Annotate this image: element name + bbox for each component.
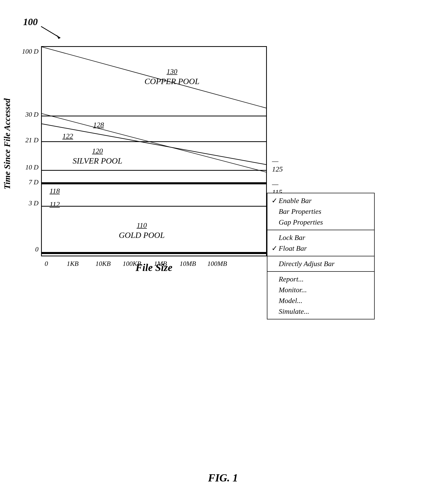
gold-pool-label: 110 GOLD POOL [119, 221, 165, 240]
y-axis-title: Time Since File Accessed [2, 98, 12, 189]
gold-pool-name: GOLD POOL [119, 230, 165, 240]
y-label-10d: 10 D [25, 164, 38, 171]
figure-caption: FIG. 1 [0, 472, 446, 484]
menu-item-gap-properties[interactable]: Gap Properties [272, 217, 370, 228]
enable-bar-label: Enable Bar [279, 195, 370, 206]
ref-122: 122 [62, 132, 73, 140]
float-bar-label: Float Bar [279, 243, 370, 254]
menu-item-enable-bar[interactable]: ✓ Enable Bar [272, 195, 370, 206]
model-label: Model... [279, 295, 370, 306]
ref-125: — 125 [272, 157, 283, 173]
menu-item-report[interactable]: Report... [272, 274, 370, 285]
bar-base [42, 252, 266, 254]
bar-7d [42, 182, 266, 184]
bar-properties-label: Bar Properties [279, 206, 370, 217]
menu-item-float-bar[interactable]: ✓ Float Bar [272, 243, 370, 254]
menu-section-2: Lock Bar ✓ Float Bar [267, 230, 374, 256]
y-label-3d: 3 D [29, 199, 38, 207]
gap-properties-label: Gap Properties [279, 217, 370, 228]
chart-area: 100 D 30 D 21 D 10 D 7 D 3 D 0 [41, 46, 267, 256]
figure-100-label: 100 [21, 12, 72, 44]
ref-112: 112 [50, 200, 60, 208]
menu-item-bar-properties[interactable]: Bar Properties [272, 206, 370, 217]
gold-pool-ref: 110 [119, 221, 165, 229]
y-label-30d: 30 D [25, 111, 38, 118]
silver-pool-ref: 120 [73, 147, 122, 155]
y-label-21d: 21 D [25, 136, 38, 144]
menu-item-directly-adjust[interactable]: Directly Adjust Bar [272, 258, 370, 269]
context-menu[interactable]: ✓ Enable Bar Bar Properties Gap Properti… [267, 193, 375, 319]
ref-128: 128 [93, 121, 104, 129]
check-enable-bar: ✓ [272, 195, 279, 206]
y-label-0: 0 [35, 246, 38, 253]
ref-118: 118 [50, 187, 60, 195]
report-label: Report... [279, 274, 370, 285]
bar-21d [42, 141, 266, 142]
menu-section-4: Report... Monitor... Model... Simulate..… [267, 272, 374, 319]
y-label-7d: 7 D [29, 178, 38, 186]
menu-item-simulate[interactable]: Simulate... [272, 306, 370, 317]
lock-bar-label: Lock Bar [279, 232, 370, 243]
y-axis-labels: 100 D 30 D 21 D 10 D 7 D 3 D 0 [18, 46, 41, 256]
svg-marker-2 [56, 35, 60, 39]
copper-pool-label: 130 COPPER POOL [144, 67, 199, 86]
bar-10d [42, 170, 266, 171]
directly-adjust-label: Directly Adjust Bar [279, 258, 370, 269]
menu-section-1: ✓ Enable Bar Bar Properties Gap Properti… [267, 193, 374, 230]
y-label-100d: 100 D [22, 48, 38, 55]
bar-30d [42, 116, 266, 116]
bar-3d [42, 206, 266, 207]
menu-section-3: Directly Adjust Bar [267, 256, 374, 272]
silver-pool-label: 120 SILVER POOL [73, 147, 122, 166]
x-axis-title: File Size [41, 261, 267, 274]
simulate-label: Simulate... [279, 306, 370, 317]
silver-pool-name: SILVER POOL [73, 156, 122, 166]
menu-item-monitor[interactable]: Monitor... [272, 285, 370, 295]
menu-item-lock-bar[interactable]: Lock Bar [272, 232, 370, 243]
svg-text:100: 100 [23, 16, 38, 27]
copper-pool-name: COPPER POOL [144, 77, 199, 86]
monitor-label: Monitor... [279, 285, 370, 295]
menu-item-model[interactable]: Model... [272, 295, 370, 306]
check-float-bar: ✓ [272, 243, 279, 254]
copper-pool-ref: 130 [144, 67, 199, 76]
chart-box: 130 COPPER POOL 120 SILVER POOL 110 GOLD… [41, 46, 267, 256]
